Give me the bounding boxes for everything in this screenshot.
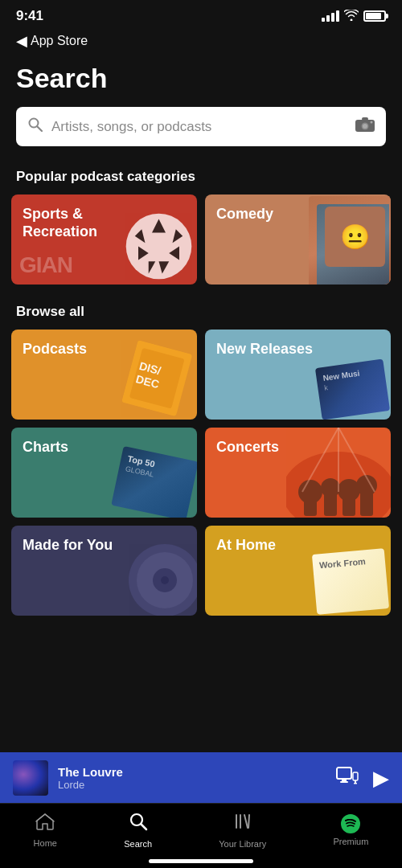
svg-line-1 — [38, 127, 43, 132]
status-bar: 9:41 — [0, 0, 402, 29]
back-nav[interactable]: ◀ App Store — [0, 29, 402, 55]
category-card-comedy[interactable]: Comedy 😐 — [205, 194, 391, 285]
battery-icon — [363, 10, 386, 22]
page-title: Search — [16, 63, 386, 94]
category-label-podcasts: Podcasts — [23, 341, 87, 358]
now-playing-info: The Louvre Lorde — [58, 765, 326, 791]
category-label-made-for-you: Made for You — [23, 537, 113, 555]
svg-rect-25 — [343, 490, 355, 516]
category-card-podcasts[interactable]: Podcasts DIS/ DEC — [11, 330, 197, 420]
at-home-decoration: Work From — [312, 548, 389, 615]
search-bar-container: Artists, songs, or podcasts — [0, 107, 402, 162]
nav-label-library: Your Library — [219, 839, 266, 849]
category-label-charts: Charts — [23, 439, 68, 457]
svg-rect-39 — [355, 780, 356, 783]
camera-icon[interactable] — [355, 117, 375, 137]
made-for-you-decoration — [121, 536, 197, 616]
search-placeholder: Artists, songs, or podcasts — [51, 119, 347, 135]
svg-rect-38 — [353, 772, 358, 780]
back-label: App Store — [31, 34, 88, 48]
podcast-categories-grid: Sports &Recreation GIAN Comedy 😐 — [0, 194, 402, 297]
nav-label-home: Home — [34, 838, 57, 848]
wifi-icon — [344, 10, 359, 23]
category-label-new-releases: New Releases — [216, 341, 313, 358]
page-header: Search — [0, 55, 402, 107]
new-releases-decoration: New Musi k — [315, 358, 390, 420]
bottom-indicator — [149, 859, 253, 863]
charts-decoration: Top 50 GLOBAL — [111, 446, 197, 518]
category-card-new-releases[interactable]: New Releases New Musi k — [205, 330, 391, 420]
status-icons — [322, 10, 386, 23]
now-playing-bar[interactable]: The Louvre Lorde ▶ — [0, 752, 402, 804]
svg-rect-35 — [337, 768, 351, 779]
status-time: 9:41 — [16, 8, 43, 24]
sports-bg-text: GIAN — [19, 252, 72, 278]
library-icon — [233, 812, 252, 836]
svg-rect-36 — [342, 779, 347, 781]
nav-item-home[interactable]: Home — [34, 813, 57, 848]
soccer-ball-decoration — [125, 212, 193, 280]
podcast-disc-decoration: DIS/ DEC — [121, 340, 197, 419]
category-label-comedy: Comedy — [216, 206, 273, 223]
svg-rect-23 — [324, 488, 337, 516]
category-label-concerts: Concerts — [216, 439, 279, 457]
category-card-charts[interactable]: Charts Top 50 GLOBAL — [11, 428, 197, 518]
now-playing-artwork — [13, 760, 48, 796]
nav-item-search[interactable]: Search — [124, 812, 152, 849]
bottom-nav: Home Search Your Library — [0, 803, 402, 868]
now-playing-controls: ▶ — [336, 766, 389, 791]
search-bar[interactable]: Artists, songs, or podcasts — [16, 107, 386, 146]
svg-rect-5 — [362, 117, 368, 121]
play-button[interactable]: ▶ — [373, 766, 389, 791]
popular-podcasts-header: Popular podcast categories — [0, 162, 402, 194]
spotify-icon — [341, 814, 360, 833]
category-card-made-for-you[interactable]: Made for You — [11, 526, 197, 616]
comedy-decoration: 😐 — [301, 194, 391, 285]
nav-item-premium[interactable]: Premium — [333, 814, 368, 846]
search-icon — [27, 117, 43, 137]
browse-all-header: Browse all — [0, 297, 402, 330]
svg-rect-27 — [360, 485, 373, 516]
svg-point-6 — [371, 121, 373, 124]
now-playing-title: The Louvre — [58, 765, 326, 779]
nav-item-library[interactable]: Your Library — [219, 812, 266, 849]
back-arrow-icon: ◀ — [16, 32, 27, 50]
svg-rect-37 — [340, 781, 348, 783]
svg-point-34 — [161, 576, 169, 584]
category-label-at-home: At Home — [216, 537, 276, 555]
browse-categories-grid: Podcasts DIS/ DEC New Releases New Musi … — [0, 330, 402, 628]
svg-line-42 — [141, 825, 146, 830]
device-connect-icon[interactable] — [336, 766, 359, 790]
signal-bars-icon — [322, 10, 339, 22]
category-card-sports-recreation[interactable]: Sports &Recreation GIAN — [11, 194, 197, 285]
category-card-at-home[interactable]: At Home Work From — [205, 526, 391, 616]
now-playing-artist: Lorde — [58, 779, 326, 791]
category-label-sports: Sports &Recreation — [23, 206, 97, 240]
home-icon — [35, 813, 55, 835]
search-nav-icon — [129, 812, 148, 836]
nav-label-premium: Premium — [333, 837, 368, 846]
category-card-concerts[interactable]: Concerts — [205, 428, 391, 518]
svg-rect-40 — [354, 783, 357, 784]
svg-rect-21 — [304, 492, 317, 516]
nav-label-search: Search — [124, 839, 152, 849]
svg-point-4 — [363, 124, 367, 129]
concerts-decoration — [286, 428, 391, 518]
